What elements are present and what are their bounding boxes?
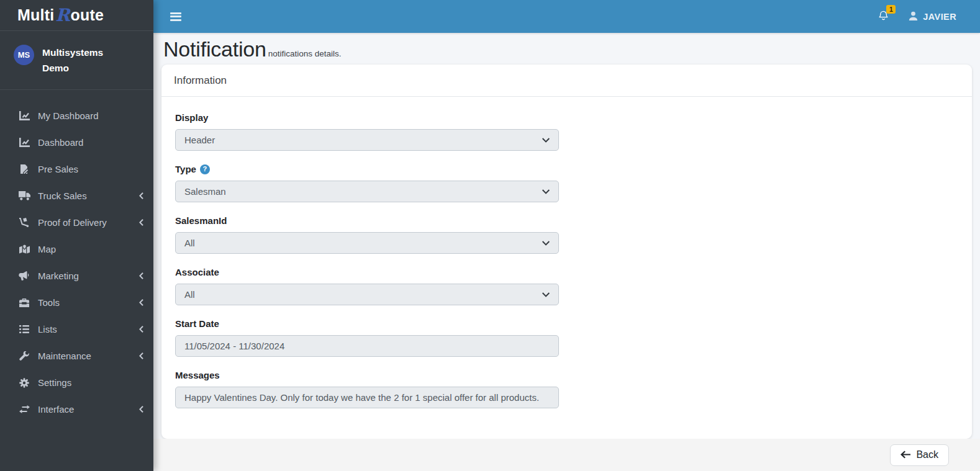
chevron-left-icon [139, 192, 143, 199]
type-label: Type [175, 163, 196, 175]
wrench-icon [17, 351, 31, 361]
notifications-button[interactable]: 1 [878, 10, 889, 24]
content: Notification notifications details. Info… [153, 33, 980, 439]
sidebar-item-label: Dashboard [38, 137, 143, 148]
sidebar-item-label: Map [38, 244, 143, 254]
associate-label: Associate [175, 266, 219, 278]
start-date-value: 11/05/2024 - 11/30/2024 [184, 341, 284, 351]
help-question-icon[interactable]: ? [200, 164, 210, 174]
notification-count-badge: 1 [886, 5, 896, 14]
sidebar-item-label: Lists [38, 324, 139, 334]
arrow-left-icon [901, 451, 910, 459]
chevron-left-icon [139, 272, 143, 279]
salesmanid-select[interactable]: All [175, 232, 559, 254]
form-group-start-date: Start Date 11/05/2024 - 11/30/2024 [175, 318, 958, 357]
sidebar-item-label: Truck Sales [38, 191, 139, 201]
sidebar-item-dashboard[interactable]: Dashboard [0, 129, 153, 156]
user-name-line2: Demo [42, 60, 103, 76]
user-icon [909, 11, 918, 22]
information-card: Information Display Header Type ? Sale [161, 65, 972, 439]
sidebar-item-label: Tools [38, 297, 139, 308]
chevron-left-icon [139, 219, 143, 226]
brand-text-multi: Multi [17, 6, 54, 24]
sidebar-item-label: Maintenance [38, 351, 139, 361]
display-select[interactable]: Header [175, 129, 559, 151]
user-name-line1: Multisystems [42, 45, 103, 60]
sidebar: MultiRoute MS Multisystems Demo My Dashb… [0, 0, 153, 471]
caret-down-icon [542, 189, 550, 194]
form-group-salesmanid: SalesmanId All [175, 215, 958, 254]
exchange-icon [17, 405, 31, 413]
card-title: Information [161, 65, 972, 97]
sidebar-item-tools[interactable]: Tools [0, 289, 153, 316]
sidebar-item-proof-of-delivery[interactable]: Proof of Delivery [0, 209, 153, 236]
page-title: Notification [163, 37, 266, 61]
avatar: MS [14, 45, 34, 65]
chevron-left-icon [139, 326, 143, 333]
sidebar-item-label: Proof of Delivery [38, 217, 139, 228]
start-date-input[interactable]: 11/05/2024 - 11/30/2024 [175, 335, 559, 357]
sidebar-item-interface[interactable]: Interface [0, 396, 153, 423]
caret-down-icon [542, 138, 550, 143]
chevron-left-icon [139, 352, 143, 359]
salesmanid-label: SalesmanId [175, 215, 227, 227]
sidebar-item-lists[interactable]: Lists [0, 316, 153, 343]
form-group-type: Type ? Salesman [175, 163, 958, 202]
hamburger-menu-icon[interactable] [169, 10, 183, 24]
top-navbar: 1 JAVIER [153, 0, 980, 33]
list-icon [17, 325, 31, 333]
sidebar-item-marketing[interactable]: Marketing [0, 262, 153, 289]
bullhorn-icon [17, 271, 31, 280]
file-pen-icon [17, 164, 31, 174]
map-marked-icon [17, 244, 31, 254]
messages-label: Messages [175, 369, 220, 381]
dolly-icon [17, 218, 31, 227]
associate-select-value: All [184, 289, 195, 300]
sidebar-item-map[interactable]: Map [0, 236, 153, 262]
brand-logo[interactable]: MultiRoute [0, 0, 153, 31]
user-panel-name[interactable]: Multisystems Demo [42, 45, 103, 76]
sidebar-nav: My Dashboard Dashboard Pre Sales Truck S… [0, 90, 153, 423]
sidebar-item-pre-sales[interactable]: Pre Sales [0, 156, 153, 182]
brand-text-oute: oute [71, 6, 104, 24]
navbar-right: 1 JAVIER [878, 10, 956, 24]
back-button-label: Back [916, 449, 938, 460]
type-select[interactable]: Salesman [175, 181, 559, 202]
sidebar-item-my-dashboard[interactable]: My Dashboard [0, 102, 153, 129]
type-select-value: Salesman [184, 186, 226, 197]
chart-line-icon [17, 111, 31, 120]
user-menu[interactable]: JAVIER [909, 11, 956, 22]
chevron-left-icon [139, 299, 143, 306]
page-subtitle: notifications details. [268, 49, 342, 58]
sidebar-item-settings[interactable]: Settings [0, 369, 153, 396]
caret-down-icon [542, 241, 550, 246]
form-group-associate: Associate All [175, 266, 958, 305]
user-panel: MS Multisystems Demo [0, 31, 153, 90]
salesmanid-select-value: All [184, 238, 195, 248]
sidebar-item-maintenance[interactable]: Maintenance [0, 343, 153, 369]
form-group-display: Display Header [175, 112, 958, 151]
toolbox-icon [17, 298, 31, 307]
back-button[interactable]: Back [890, 444, 949, 466]
gear-icon [17, 378, 31, 388]
form-group-messages: Messages Happy Valentines Day. Only for … [175, 369, 958, 408]
display-select-value: Header [184, 135, 215, 145]
sidebar-item-label: Settings [38, 377, 143, 388]
truck-icon [17, 191, 31, 200]
start-date-label: Start Date [175, 318, 219, 330]
card-body: Display Header Type ? Salesman [161, 97, 972, 439]
main-area: 1 JAVIER Notification notifications deta… [153, 0, 980, 471]
sidebar-item-label: Marketing [38, 271, 139, 281]
sidebar-item-truck-sales[interactable]: Truck Sales [0, 182, 153, 209]
username-label: JAVIER [923, 12, 956, 22]
chart-line-icon [17, 138, 31, 147]
associate-select[interactable]: All [175, 284, 559, 305]
brand-text-r: R [55, 7, 70, 24]
page-header: Notification notifications details. [161, 33, 972, 65]
sidebar-item-label: Pre Sales [38, 164, 143, 174]
sidebar-item-label: My Dashboard [38, 110, 143, 121]
messages-input[interactable]: Happy Valentines Day. Only for today we … [175, 387, 559, 408]
page-footer: Back [153, 439, 980, 471]
messages-value: Happy Valentines Day. Only for today we … [184, 392, 539, 403]
display-label: Display [175, 112, 208, 123]
